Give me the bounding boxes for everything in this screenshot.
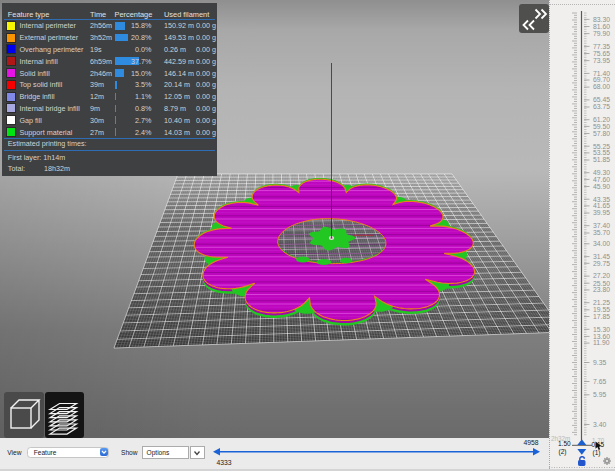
svg-text:3.40: 3.40 bbox=[593, 421, 606, 428]
svg-text:81.60: 81.60 bbox=[593, 23, 610, 30]
svg-text:57.80: 57.80 bbox=[593, 130, 610, 137]
svg-text:17.85: 17.85 bbox=[593, 313, 610, 320]
svg-text:37.40: 37.40 bbox=[593, 222, 610, 229]
svg-text:9.35: 9.35 bbox=[593, 359, 606, 366]
svg-text:29.75: 29.75 bbox=[593, 260, 610, 267]
svg-text:47.60: 47.60 bbox=[593, 176, 610, 183]
svg-text:27.20: 27.20 bbox=[593, 272, 610, 279]
svg-text:5.95: 5.95 bbox=[593, 391, 606, 398]
svg-text:77.35: 77.35 bbox=[593, 43, 610, 50]
svg-text:(1): (1) bbox=[593, 449, 601, 457]
svg-text:34.00: 34.00 bbox=[593, 240, 610, 247]
svg-text:73.95: 73.95 bbox=[593, 57, 610, 64]
svg-text:65.45: 65.45 bbox=[593, 96, 610, 103]
svg-text:1.50: 1.50 bbox=[558, 440, 571, 447]
svg-text:75.65: 75.65 bbox=[593, 50, 610, 57]
svg-text:41.65: 41.65 bbox=[593, 202, 610, 209]
svg-text:59.50: 59.50 bbox=[593, 123, 610, 130]
svg-text:69.70: 69.70 bbox=[593, 76, 610, 83]
svg-text:21.25: 21.25 bbox=[593, 299, 610, 306]
svg-text:39.95: 39.95 bbox=[593, 209, 610, 216]
svg-text:35.70: 35.70 bbox=[593, 229, 610, 236]
svg-text:83.30: 83.30 bbox=[593, 16, 610, 23]
svg-text:53.55: 53.55 bbox=[593, 149, 610, 156]
svg-text:63.75: 63.75 bbox=[593, 103, 610, 110]
svg-text:7.65: 7.65 bbox=[593, 378, 606, 385]
svg-text:51.85: 51.85 bbox=[593, 156, 610, 163]
svg-text:23.80: 23.80 bbox=[593, 286, 610, 293]
svg-text:(2): (2) bbox=[559, 448, 567, 456]
svg-text:15.30: 15.30 bbox=[593, 326, 610, 333]
svg-text:11.90: 11.90 bbox=[593, 339, 610, 346]
svg-text:68.00: 68.00 bbox=[593, 83, 610, 90]
svg-text:45.90: 45.90 bbox=[593, 183, 610, 190]
svg-text:79.90: 79.90 bbox=[593, 30, 610, 37]
